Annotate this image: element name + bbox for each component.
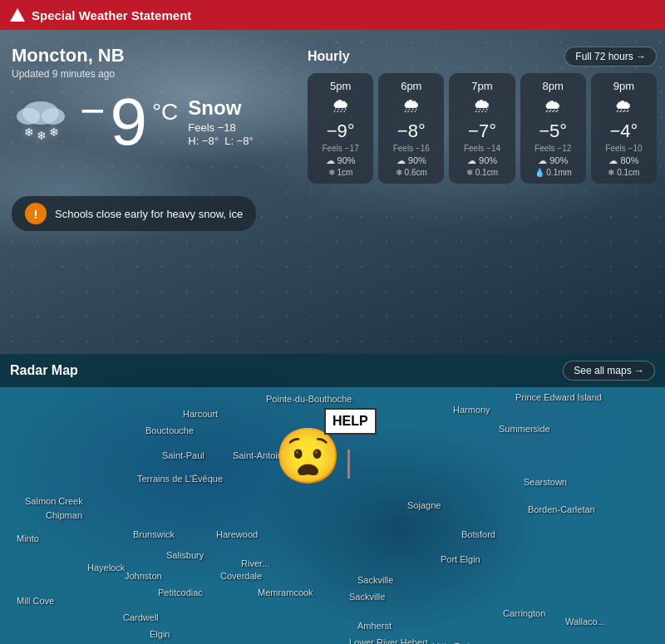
- condition-text: Snow Feels −18 H: −8° L: −8°: [188, 96, 253, 147]
- radar-map[interactable]: HarcourtBouctoucheSaint-PaulSaint-Antoin…: [0, 354, 665, 644]
- hourly-cards-container: 5pm 🌨 −9° Feels −17 ☁ 90% ❄ 1cm 6pm 🌨 −8…: [308, 73, 657, 184]
- temperature-block: − 9 °C: [80, 89, 178, 155]
- hour-label: 7pm: [454, 80, 510, 92]
- map-label-9: Harewood: [216, 529, 258, 539]
- current-conditions: ❄ ❄ ❄ − 9 °C Snow Feels −18 H: −8° L: −8…: [12, 88, 254, 155]
- hour-card-0[interactable]: 5pm 🌨 −9° Feels −17 ☁ 90% ❄ 1cm: [308, 73, 373, 184]
- hour-feels: Feels −12: [525, 144, 581, 153]
- hour-icon: 🌨: [383, 96, 439, 117]
- hour-precip: ❄ 0.1cm: [454, 168, 510, 177]
- hour-rain-pct: ☁ 90%: [454, 155, 510, 166]
- map-label-42: Prince Edward Island: [515, 392, 602, 402]
- map-label-19: Sackville: [349, 592, 385, 602]
- temp-minus-sign: −: [80, 89, 105, 132]
- hour-rain-pct: ☁ 90%: [313, 155, 368, 166]
- map-label-28: Amherst: [357, 621, 392, 631]
- map-label-18: Sackville: [357, 575, 393, 585]
- map-label-0: Harcourt: [183, 409, 218, 419]
- radar-header: Radar Map See all maps →: [0, 354, 665, 387]
- condition-name: Snow: [188, 96, 253, 120]
- hour-label: 8pm: [525, 80, 581, 92]
- map-label-40: Harmony: [453, 405, 490, 415]
- map-label-7: Minto: [17, 533, 39, 543]
- weather-icon-large: ❄ ❄ ❄: [12, 88, 70, 155]
- map-label-14: Johnston: [125, 571, 162, 581]
- svg-point-2: [42, 108, 65, 125]
- hour-precip: ❄ 1cm: [313, 168, 368, 177]
- hour-feels: Feels −10: [596, 144, 652, 153]
- hour-temp: −7°: [454, 120, 510, 142]
- map-label-41: Pointe-du-Bouthoche: [266, 394, 352, 404]
- hour-temp: −5°: [525, 120, 581, 142]
- hour-icon: 🌨: [313, 96, 368, 117]
- hour-precip: ❄ 0.6cm: [383, 168, 439, 177]
- hour-card-2[interactable]: 7pm 🌨 −7° Feels −14 ☁ 90% ❄ 0.1cm: [449, 73, 515, 184]
- alert-icon: !: [25, 203, 47, 224]
- map-label-33: Botsford: [461, 529, 495, 539]
- hour-temp: −9°: [313, 120, 368, 142]
- map-label-34: Sojagne: [407, 500, 441, 510]
- hour-label: 5pm: [313, 80, 368, 92]
- map-label-12: Coverdale: [220, 571, 262, 581]
- help-pole: [347, 450, 350, 479]
- svg-text:❄: ❄: [24, 125, 34, 139]
- hour-card-4[interactable]: 9pm 🌧 −4° Feels −10 ☁ 80% ❄ 0.1cm: [591, 73, 657, 184]
- help-emoji: 😧: [274, 429, 342, 483]
- map-label-32: Port Elgin: [441, 554, 480, 564]
- hourly-header: Hourly Full 72 hours →: [308, 47, 657, 66]
- hour-card-3[interactable]: 8pm 🌧 −5° Feels −12 ☁ 90% 💧 0.1mm: [520, 73, 586, 184]
- hour-rain-pct: ☁ 90%: [383, 155, 439, 166]
- hour-feels: Feels −14: [454, 144, 510, 153]
- svg-text:❄: ❄: [49, 125, 59, 139]
- map-label-5: Salmon Creek: [25, 496, 83, 506]
- city-name: Moncton, NB: [12, 45, 125, 66]
- svg-point-1: [17, 108, 40, 125]
- map-label-8: Brunswick: [133, 529, 175, 539]
- hour-icon: 🌨: [454, 96, 510, 117]
- map-label-2: Saint-Paul: [162, 450, 204, 460]
- full-72-hours-button[interactable]: Full 72 hours →: [564, 47, 657, 66]
- see-all-maps-button[interactable]: See all maps →: [563, 361, 655, 381]
- temp-number: 9: [110, 89, 147, 155]
- radar-title: Radar Map: [10, 363, 78, 378]
- map-label-29: Lower River Hebert: [349, 637, 428, 644]
- alert-box: ! Schools close early for heavy snow, ic…: [12, 196, 256, 231]
- location-info: Moncton, NB Updated 9 minutes ago: [12, 45, 125, 80]
- radar-section: Radar Map See all maps → HarcourtBouctou…: [0, 354, 665, 644]
- map-label-35: Summerside: [499, 424, 550, 434]
- special-weather-banner: Special Weather Statement: [0, 0, 665, 30]
- help-sign: HELP: [324, 408, 377, 435]
- hourly-section: Hourly Full 72 hours → 5pm 🌨 −9° Feels −…: [308, 47, 657, 184]
- hour-temp: −8°: [383, 120, 439, 142]
- hour-feels: Feels −17: [313, 144, 368, 153]
- map-label-20: Cardwell: [123, 612, 159, 622]
- warning-triangle-icon: [10, 8, 25, 22]
- map-label-4: Terrains de L'Évêque: [137, 474, 223, 484]
- svg-text:❄: ❄: [37, 129, 47, 142]
- map-label-10: Salisbury: [166, 550, 204, 560]
- hour-precip: ❄ 0.1cm: [596, 168, 652, 177]
- map-label-37: Borden-Carletan: [528, 504, 595, 514]
- map-label-36: Searstown: [524, 477, 567, 487]
- hour-rain-pct: ☁ 90%: [525, 155, 581, 166]
- hour-precip: 💧 0.1mm: [525, 168, 581, 177]
- map-label-11: River...: [241, 558, 269, 568]
- banner-title: Special Weather Statement: [32, 8, 191, 22]
- hourly-title: Hourly: [308, 49, 350, 64]
- map-label-1: Bouctouche: [145, 425, 194, 435]
- hour-icon: 🌧: [525, 96, 581, 117]
- map-label-15: Petitcodiac: [158, 587, 203, 597]
- feels-like: Feels −18: [188, 121, 253, 134]
- map-label-21: Elgin: [150, 629, 170, 639]
- hour-temp: −4°: [596, 120, 652, 142]
- hour-rain-pct: ☁ 80%: [596, 155, 652, 166]
- weather-hero-section: Moncton, NB Updated 9 minutes ago ❄ ❄ ❄ …: [0, 30, 665, 354]
- map-label-39: Wallaco...: [565, 617, 605, 627]
- map-label-17: Mill Cove: [17, 596, 54, 606]
- hour-feels: Feels −16: [383, 144, 439, 153]
- alert-text: Schools close early for heavy snow, ice: [55, 208, 243, 220]
- hi-lo: H: −8° L: −8°: [188, 135, 253, 147]
- hour-label: 6pm: [383, 80, 439, 92]
- map-label-16: Memramcook: [258, 587, 313, 597]
- hour-card-1[interactable]: 6pm 🌨 −8° Feels −16 ☁ 90% ❄ 0.6cm: [378, 73, 444, 184]
